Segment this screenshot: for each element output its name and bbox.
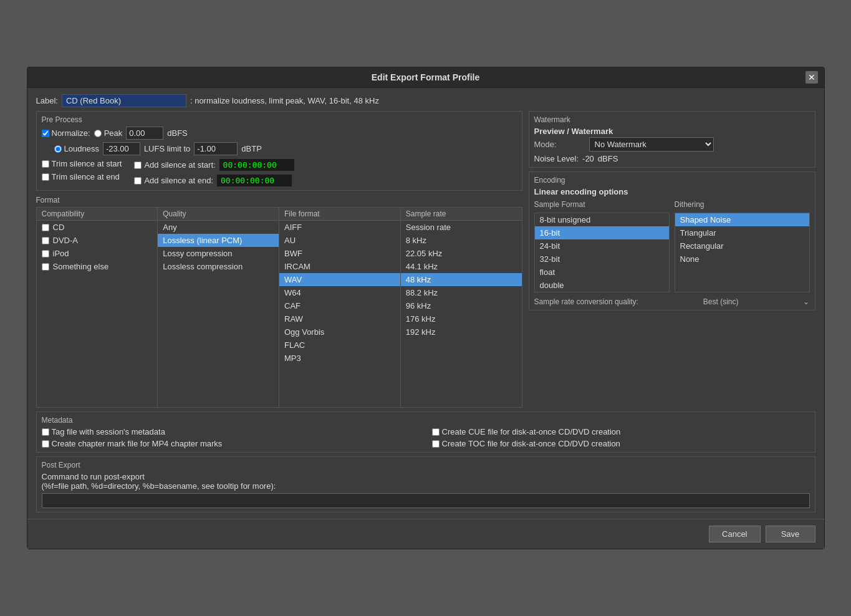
trim-end-checkbox[interactable]: [42, 173, 49, 181]
list-item[interactable]: iPod: [37, 247, 158, 260]
save-button[interactable]: Save: [766, 526, 815, 542]
list-item[interactable]: Something else: [37, 260, 158, 273]
list-item[interactable]: Lossless (linear PCM): [158, 234, 279, 247]
peak-radio[interactable]: [94, 130, 102, 137]
list-item[interactable]: 44.1 kHz: [401, 260, 522, 273]
format-wrapper: Format Compatibility CD: [36, 196, 522, 408]
cue-file-checkbox-label[interactable]: Create CUE file for disk-at-once CD/DVD …: [432, 427, 810, 436]
format-section: Compatibility CD DVD-A: [36, 207, 522, 408]
list-item[interactable]: None: [675, 253, 809, 266]
add-end-checkbox[interactable]: [134, 177, 142, 185]
list-item[interactable]: Rectangular: [675, 239, 809, 253]
list-item[interactable]: MP3: [279, 352, 400, 365]
encoding-title: Linear encoding options: [534, 187, 810, 196]
peak-radio-label[interactable]: Peak: [94, 128, 123, 138]
list-item[interactable]: 176 kHz: [401, 312, 522, 325]
add-end-checkbox-label[interactable]: Add silence at end:: [134, 176, 213, 185]
list-item-16bit[interactable]: 16-bit: [535, 226, 669, 239]
list-item[interactable]: 88.2 kHz: [401, 286, 522, 299]
cancel-button[interactable]: Cancel: [709, 526, 760, 542]
chapter-mark-checkbox-label[interactable]: Create chapter mark file for MP4 chapter…: [42, 439, 420, 448]
close-button[interactable]: ✕: [805, 71, 818, 84]
normalize-checkbox[interactable]: [42, 130, 49, 137]
list-item[interactable]: RAW: [279, 312, 400, 325]
list-item[interactable]: Lossless compression: [158, 260, 279, 273]
list-item[interactable]: 8-bit unsigned: [535, 213, 669, 226]
loudness-limit-input[interactable]: [194, 142, 238, 155]
right-column: Watermark Preview / Watermark Mode: No W…: [529, 111, 815, 408]
list-item[interactable]: FLAC: [279, 339, 400, 352]
list-item[interactable]: AU: [279, 234, 400, 247]
sample-rate-quality-chevron[interactable]: ⌄: [803, 297, 809, 306]
toc-file-checkbox[interactable]: [432, 440, 440, 448]
list-item[interactable]: 32-bit: [535, 253, 669, 266]
tag-file-checkbox[interactable]: [42, 428, 49, 436]
trim-start-checkbox[interactable]: [42, 160, 49, 168]
loudness-radio[interactable]: [54, 145, 62, 153]
sample-rate-col: Sample rate Session rate 8 kHz 22.05 kHz…: [401, 208, 522, 407]
format-section-label: Format: [36, 196, 522, 205]
encoding-section-label: Encoding: [534, 176, 810, 185]
list-item[interactable]: 192 kHz: [401, 325, 522, 339]
chapter-mark-checkbox[interactable]: [42, 440, 49, 448]
list-item[interactable]: Ogg Vorbis: [279, 325, 400, 339]
left-column: Pre Process Normalize: Peak dBFS: [36, 111, 522, 408]
sample-rate-quality-value: Best (sinc): [703, 297, 739, 306]
list-item[interactable]: 24-bit: [535, 239, 669, 253]
add-end-time-input[interactable]: [217, 175, 292, 186]
list-item[interactable]: Session rate: [401, 221, 522, 234]
quality-list: Any Lossless (linear PCM) Lossy compress…: [158, 221, 279, 407]
trim-start-checkbox-label[interactable]: Trim silence at start: [42, 159, 122, 168]
list-item-shaped-noise[interactable]: Shaped Noise: [675, 213, 809, 226]
list-item[interactable]: 96 kHz: [401, 299, 522, 312]
loudness-radio-label[interactable]: Loudness: [54, 144, 99, 153]
edit-export-dialog: Edit Export Format Profile ✕ Label: : no…: [27, 67, 825, 549]
list-item[interactable]: 8 kHz: [401, 234, 522, 247]
dvda-checkbox[interactable]: [42, 237, 49, 244]
add-start-time-input[interactable]: [219, 159, 294, 171]
ipod-checkbox[interactable]: [42, 250, 49, 257]
list-item[interactable]: DVD-A: [37, 234, 158, 247]
list-item[interactable]: float: [535, 266, 669, 279]
list-item[interactable]: double: [535, 279, 669, 292]
sample-rate-list: Session rate 8 kHz 22.05 kHz 44.1 kHz 48…: [401, 221, 522, 407]
compatibility-list: CD DVD-A iPod: [37, 221, 158, 407]
list-item[interactable]: W64: [279, 286, 400, 299]
loudness-value-input[interactable]: [103, 142, 140, 155]
encoding-col-headers: Sample Format Dithering: [534, 200, 810, 209]
normalize-row: Normalize: Peak dBFS: [42, 127, 517, 140]
cue-file-checkbox[interactable]: [432, 428, 440, 436]
command-input[interactable]: [42, 493, 810, 508]
add-start-checkbox[interactable]: [134, 161, 142, 169]
mode-select[interactable]: No Watermark: [589, 137, 714, 152]
list-item[interactable]: BWF: [279, 247, 400, 260]
metadata-rows: Tag file with session's metadata Create …: [42, 427, 810, 448]
something-else-checkbox[interactable]: [42, 263, 49, 271]
trim-end-checkbox-label[interactable]: Trim silence at end: [42, 172, 120, 181]
add-start-row: Add silence at start:: [134, 159, 294, 171]
postexport-section-label: Post Export: [42, 461, 810, 469]
normalize-checkbox-label[interactable]: Normalize:: [42, 128, 90, 138]
list-item-48khz[interactable]: 48 kHz: [401, 273, 522, 286]
list-item[interactable]: CD: [37, 221, 158, 234]
add-start-checkbox-label[interactable]: Add silence at start:: [134, 160, 215, 170]
metadata-right-col: Create CUE file for disk-at-once CD/DVD …: [432, 427, 810, 448]
cd-checkbox[interactable]: [42, 224, 49, 231]
peak-value-input[interactable]: [126, 127, 163, 140]
list-item[interactable]: AIFF: [279, 221, 400, 234]
format-columns: Compatibility CD DVD-A: [37, 208, 522, 407]
loudness-limit-unit: dBTP: [241, 144, 262, 153]
list-item-wav[interactable]: WAV: [279, 273, 400, 286]
toc-file-checkbox-label[interactable]: Create TOC file for disk-at-once CD/DVD …: [432, 439, 810, 448]
dialog-title: Edit Export Format Profile: [372, 72, 479, 82]
list-item[interactable]: Triangular: [675, 226, 809, 239]
label-input[interactable]: [62, 94, 186, 107]
trim-start-label: Trim silence at start: [52, 159, 122, 168]
list-item[interactable]: IRCAM: [279, 260, 400, 273]
list-item[interactable]: Lossy compression: [158, 247, 279, 260]
list-item[interactable]: Any: [158, 221, 279, 234]
list-item-caf[interactable]: CAF: [279, 299, 400, 312]
list-item[interactable]: 22.05 kHz: [401, 247, 522, 260]
tag-file-checkbox-label[interactable]: Tag file with session's metadata: [42, 427, 420, 436]
watermark-section: Watermark Preview / Watermark Mode: No W…: [529, 111, 815, 168]
